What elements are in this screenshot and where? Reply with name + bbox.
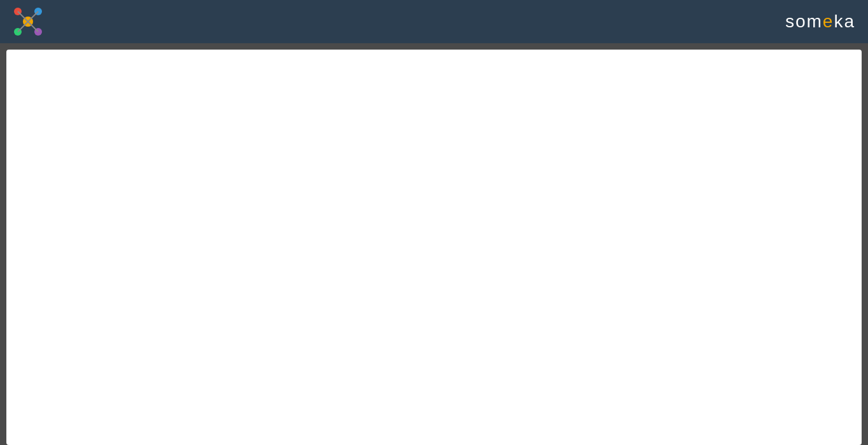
- brand-logo: someka: [785, 11, 855, 32]
- arrows-svg: [6, 50, 862, 445]
- mind-map-canvas: [6, 50, 862, 445]
- header: someka: [0, 0, 868, 43]
- svg-line-5: [18, 11, 28, 22]
- svg-line-6: [28, 11, 38, 22]
- svg-line-7: [18, 22, 28, 32]
- svg-line-8: [28, 22, 38, 32]
- logo-icon: [13, 6, 43, 37]
